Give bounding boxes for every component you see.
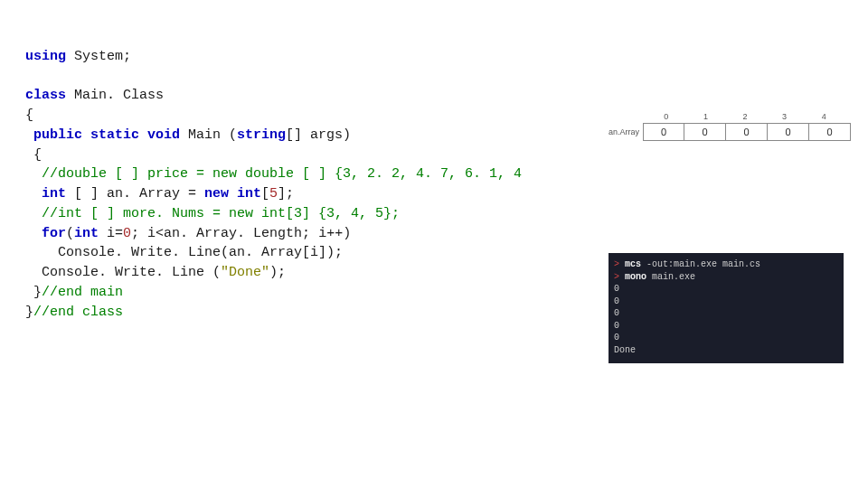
comment-endclass: //end class — [33, 305, 123, 320]
bracket-end: ]; — [278, 186, 294, 202]
kw-public-static-void: public static void — [33, 127, 180, 143]
term-cmd-args: -out:main.exe main.cs — [641, 259, 760, 269]
txt-forcond: ; i<an. Array. Length; i++) — [131, 226, 351, 241]
terminal-line: > mono main.exe — [614, 271, 840, 284]
txt-semicolon: ); — [269, 265, 286, 280]
txt-writeline2: Console. Write. Line ( — [25, 265, 221, 280]
array-index: 0 — [646, 112, 686, 121]
paren: ( — [66, 226, 74, 241]
txt-main: Main ( — [180, 127, 237, 143]
array-label: an.Array — [609, 127, 643, 136]
array-diagram: 0 1 2 3 4 an.Array 0 0 0 0 0 — [609, 112, 844, 141]
kw-string: string — [237, 127, 286, 143]
num-5: 5 — [269, 186, 278, 202]
terminal-output: 0 — [614, 296, 840, 308]
txt-ieq: i= — [99, 226, 123, 241]
kw-class: class — [25, 88, 66, 103]
array-cell: 0 — [684, 123, 726, 141]
txt-args: [] args) — [286, 127, 351, 143]
txt-anarray: [ ] an. Array = — [66, 186, 204, 202]
term-cmd: mcs — [625, 259, 641, 269]
comment-endmain: //end main — [42, 285, 123, 300]
terminal-output: 0 — [614, 283, 840, 296]
indent — [25, 206, 42, 221]
prompt-icon: > — [614, 259, 619, 269]
comment-morenums: //int [ ] more. Nums = new int[3] {3, 4,… — [42, 206, 400, 221]
terminal-output: 0 — [614, 307, 840, 320]
array-index: 1 — [686, 112, 726, 121]
array-cell: 0 — [726, 123, 768, 141]
brace-open-inner: { — [25, 147, 42, 163]
array-indices-row: 0 1 2 3 4 — [646, 112, 844, 121]
array-index: 3 — [765, 112, 805, 121]
brace-close: } — [25, 305, 33, 320]
terminal-output: Done — [614, 344, 840, 357]
bracket: [ — [261, 186, 269, 202]
comment-double: //double [ ] price = new double [ ] {3, … — [42, 166, 530, 182]
kw-int: int — [42, 186, 66, 202]
txt-writeline1: Console. Write. Line(an. Array[i]); — [25, 245, 343, 260]
array-row: an.Array 0 0 0 0 0 — [609, 123, 844, 141]
kw-for: for — [42, 226, 66, 241]
terminal-output: 0 — [614, 320, 840, 333]
num-0: 0 — [123, 226, 131, 241]
terminal-panel: > mcs -out:main.exe main.cs > mono main.… — [609, 253, 844, 363]
indent — [25, 166, 42, 182]
array-cell: 0 — [768, 123, 809, 141]
code-block: using System; class Main. Class { public… — [25, 27, 530, 322]
brace-open: { — [25, 108, 33, 123]
kw-int2: int — [74, 226, 99, 241]
indent — [25, 226, 42, 241]
indent — [25, 127, 33, 143]
array-cell: 0 — [809, 123, 851, 141]
kw-newint: new int — [204, 186, 261, 202]
txt-system: System; — [66, 49, 131, 64]
term-cmd-args: main.exe — [646, 272, 695, 282]
brace-close-inner: } — [25, 285, 42, 300]
txt-classname: Main. Class — [66, 88, 164, 103]
terminal-line: > mcs -out:main.exe main.cs — [614, 258, 840, 271]
str-done: "Done" — [221, 265, 269, 280]
kw-using: using — [25, 49, 66, 64]
term-cmd: mono — [625, 272, 646, 282]
array-index: 2 — [725, 112, 765, 121]
prompt-icon: > — [614, 272, 619, 282]
array-cell: 0 — [643, 123, 684, 141]
terminal-output: 0 — [614, 332, 840, 344]
array-index: 4 — [804, 112, 844, 121]
array-cells: 0 0 0 0 0 — [643, 123, 851, 141]
indent — [25, 186, 42, 202]
